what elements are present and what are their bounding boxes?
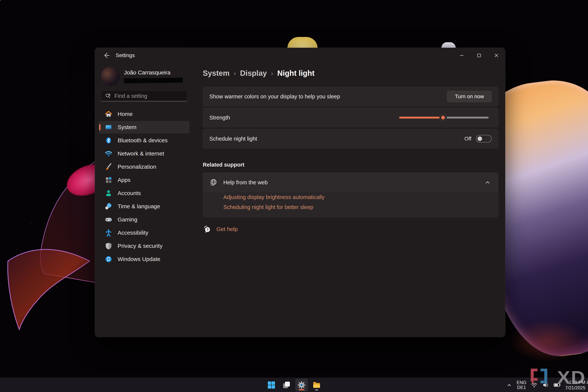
personalization-icon <box>104 163 113 171</box>
search-input[interactable] <box>114 93 184 99</box>
sidebar-item-label: Privacy & security <box>118 243 162 249</box>
xda-watermark: XDA <box>526 367 588 388</box>
language-indicator[interactable]: ENG DE1 <box>516 380 526 390</box>
language-line1: ENG <box>516 380 526 385</box>
sidebar-item-label: Accessibility <box>118 230 148 236</box>
toggle-state-label: Off <box>464 136 471 142</box>
help-expander-title: Help from the web <box>223 180 268 186</box>
sidebar-item-bluetooth[interactable]: Bluetooth & devices <box>99 134 190 146</box>
sidebar-item-privacy[interactable]: Privacy & security <box>99 240 190 252</box>
sidebar-item-label: Bluetooth & devices <box>118 137 168 144</box>
sidebar-item-label: System <box>118 124 136 130</box>
sidebar-item-label: Personalization <box>118 164 156 170</box>
tray-chevron-icon[interactable] <box>506 382 512 388</box>
window-title: Settings <box>116 52 135 58</box>
apps-icon <box>104 176 113 184</box>
search-icon <box>105 92 112 100</box>
file-explorer-button[interactable] <box>310 379 323 391</box>
accessibility-icon <box>104 228 113 237</box>
chevron-up-icon[interactable] <box>484 178 492 186</box>
running-app-indicator <box>315 389 318 390</box>
sidebar-item-system[interactable]: System <box>99 121 190 134</box>
redacted-email <box>124 78 183 83</box>
strength-label: Strength <box>210 114 230 121</box>
strength-card: Strength <box>203 108 498 128</box>
main-content: System › Display › Night light Show warm… <box>193 63 505 337</box>
privacy-icon <box>104 242 113 250</box>
breadcrumb-display[interactable]: Display <box>240 69 267 78</box>
toggle-knob <box>478 136 482 141</box>
web-help-icon <box>210 178 218 186</box>
strength-slider[interactable] <box>399 117 489 118</box>
home-icon <box>104 110 113 118</box>
xda-watermark-text: XDA <box>557 369 588 386</box>
schedule-label: Schedule night light <box>210 136 257 142</box>
sidebar-item-label: Apps <box>118 177 130 183</box>
breadcrumb-system[interactable]: System <box>203 69 230 78</box>
task-view-icon <box>282 381 291 389</box>
sidebar-item-apps[interactable]: Apps <box>99 174 190 186</box>
warm-colors-label: Show warmer colors on your display to he… <box>210 94 340 100</box>
turn-on-now-button[interactable]: Turn on now <box>447 91 492 102</box>
sidebar-item-label: Windows Update <box>118 256 160 262</box>
task-view-button[interactable] <box>280 379 293 391</box>
sidebar-item-home[interactable]: Home <box>99 108 190 120</box>
get-help-icon: ? <box>203 225 212 234</box>
active-app-indicator <box>299 389 304 390</box>
selected-indicator <box>99 124 100 130</box>
help-expander: Help from the web Adjusting display brig… <box>203 172 498 217</box>
sidebar-item-accounts[interactable]: Accounts <box>99 187 190 200</box>
warm-colors-card: Show warmer colors on your display to he… <box>203 87 498 106</box>
schedule-toggle[interactable] <box>476 135 492 142</box>
system-icon <box>104 123 113 131</box>
taskbar: ENG DE1 1:11 PM 7/21/2025 <box>0 378 588 392</box>
get-help-row: ? Get help <box>203 225 498 234</box>
breadcrumb-separator: › <box>234 70 236 77</box>
help-link-brightness[interactable]: Adjusting display brightness automatical… <box>223 194 492 200</box>
sidebar-item-windows-update[interactable]: Windows Update <box>99 253 190 265</box>
sidebar-item-label: Home <box>118 111 133 117</box>
related-support-heading: Related support <box>203 162 498 168</box>
windows-update-icon <box>104 255 113 263</box>
bluetooth-icon <box>104 136 113 144</box>
sidebar-nav: Home System Bluetooth & devices Network … <box>99 108 190 265</box>
start-button[interactable] <box>265 379 278 391</box>
sidebar-item-label: Accounts <box>118 190 141 196</box>
sidebar-item-personalization[interactable]: Personalization <box>99 160 190 173</box>
file-explorer-icon <box>312 381 321 389</box>
sidebar-item-accessibility[interactable]: Accessibility <box>99 226 190 239</box>
wallpaper-glow <box>509 320 588 362</box>
breadcrumb-separator: › <box>271 70 273 77</box>
titlebar: Settings <box>95 48 505 63</box>
settings-taskbar-button[interactable] <box>295 379 308 391</box>
sidebar-item-label: Gaming <box>118 216 138 223</box>
user-profile[interactable]: João Carrasqueira <box>101 67 187 86</box>
search-box[interactable] <box>101 90 187 102</box>
breadcrumb: System › Display › Night light <box>203 68 498 78</box>
user-name: João Carrasqueira <box>124 69 183 76</box>
sidebar-item-network[interactable]: Network & internet <box>99 148 190 160</box>
close-button[interactable] <box>488 48 505 63</box>
avatar <box>101 67 120 86</box>
strength-slider-thumb[interactable] <box>439 114 447 121</box>
maximize-button[interactable] <box>470 48 488 63</box>
accounts-icon <box>104 189 113 197</box>
sidebar-item-time-language[interactable]: Time & language <box>99 200 190 212</box>
minimize-button[interactable] <box>453 48 470 63</box>
network-icon <box>104 150 113 158</box>
back-arrow-icon <box>102 52 110 59</box>
help-expander-body: Adjusting display brightness automatical… <box>203 192 498 217</box>
minimize-icon <box>459 53 464 58</box>
help-link-schedule[interactable]: Scheduling night light for better sleep <box>223 204 492 210</box>
get-help-link[interactable]: Get help <box>216 226 238 232</box>
wallpaper-stars <box>0 0 1 1</box>
sidebar-item-gaming[interactable]: Gaming <box>99 213 190 226</box>
windows-start-icon <box>267 381 276 389</box>
maximize-icon <box>476 53 482 58</box>
help-expander-header[interactable]: Help from the web <box>203 173 498 192</box>
xda-brackets-icon <box>526 367 556 388</box>
settings-gear-icon <box>297 380 306 390</box>
strength-slider-fill <box>399 117 443 118</box>
back-button[interactable] <box>100 50 112 61</box>
close-icon <box>494 53 499 58</box>
